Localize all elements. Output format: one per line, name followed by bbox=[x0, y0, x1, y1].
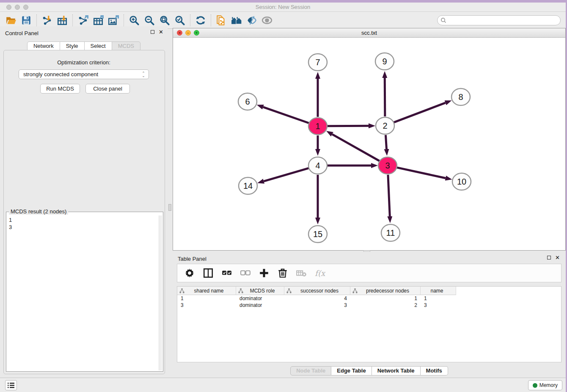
column-header-MCDS-role[interactable]: MCDS role bbox=[236, 287, 284, 295]
select-all-button[interactable] bbox=[221, 268, 232, 279]
tab-network-table[interactable]: Network Table bbox=[372, 366, 421, 375]
table-cell[interactable]: 2 bbox=[350, 302, 421, 309]
search-box[interactable] bbox=[437, 15, 561, 25]
graph-edge-3-11[interactable] bbox=[388, 175, 390, 216]
graph-node-2[interactable]: 2 bbox=[376, 117, 394, 134]
tab-motifs[interactable]: Motifs bbox=[421, 366, 448, 375]
node-label: 14 bbox=[243, 181, 253, 190]
delete-table-icon bbox=[296, 268, 307, 279]
graph-node-14[interactable]: 14 bbox=[239, 177, 257, 194]
task-list-button[interactable] bbox=[5, 380, 17, 390]
zoom-selected-button[interactable] bbox=[172, 14, 187, 27]
table-cell[interactable]: 1 bbox=[350, 295, 421, 302]
network-canvas[interactable]: 7968124314101511 bbox=[173, 38, 565, 250]
table-panel-title: Table Panel bbox=[178, 256, 206, 262]
import-network-icon bbox=[41, 15, 52, 26]
graph-edge-2-8[interactable] bbox=[394, 103, 446, 122]
criterion-dropdown[interactable]: strongly connected component ⌃⌄ bbox=[19, 69, 149, 79]
table-cell[interactable]: 1 bbox=[421, 295, 456, 302]
duplicate-network-icon bbox=[216, 15, 227, 26]
delete-table-button bbox=[296, 268, 307, 279]
graph-node-6[interactable]: 6 bbox=[238, 93, 257, 110]
open-file-button[interactable] bbox=[3, 14, 19, 27]
vertical-splitter[interactable] bbox=[168, 26, 173, 378]
column-header-name[interactable]: name bbox=[421, 287, 456, 295]
memory-button[interactable]: Memory bbox=[528, 380, 562, 390]
table-cell[interactable]: 3 bbox=[421, 302, 456, 309]
graph-edge-2-9[interactable] bbox=[385, 78, 385, 116]
graph-node-3[interactable]: 3 bbox=[378, 157, 397, 174]
column-header-successor-nodes[interactable]: successor nodes bbox=[284, 287, 350, 295]
search-input[interactable] bbox=[446, 16, 560, 25]
titlebar: Session: New Session bbox=[0, 3, 566, 12]
graph-edge-2-3[interactable] bbox=[385, 135, 386, 149]
graph-edge-3-10[interactable] bbox=[396, 168, 445, 178]
duplicate-network-button[interactable] bbox=[214, 14, 229, 27]
splitter-grip[interactable] bbox=[168, 204, 171, 211]
node-label: 2 bbox=[383, 121, 387, 130]
close-panel-icon[interactable]: ✕ bbox=[159, 30, 163, 34]
table-cell[interactable]: 3 bbox=[177, 302, 236, 309]
graph-node-15[interactable]: 15 bbox=[308, 226, 327, 243]
tab-edge-table[interactable]: Edge Table bbox=[331, 366, 372, 375]
graph-node-11[interactable]: 11 bbox=[381, 224, 400, 241]
control-panel: Control Panel ✕ NetworkStyleSelectMCDS O… bbox=[0, 26, 168, 378]
settings-button[interactable] bbox=[184, 268, 195, 279]
table-row[interactable]: 1dominator411 bbox=[177, 295, 561, 302]
tab-select[interactable]: Select bbox=[85, 41, 112, 50]
eye-button[interactable] bbox=[259, 14, 275, 27]
table-cell[interactable]: 1 bbox=[177, 295, 236, 302]
table-cell[interactable]: dominator bbox=[236, 302, 284, 309]
search-icon bbox=[440, 17, 446, 23]
column-header-shared-name[interactable]: shared name bbox=[177, 287, 236, 295]
table-cell[interactable]: 3 bbox=[284, 302, 350, 309]
node-label: 7 bbox=[315, 58, 320, 67]
toolbar-separator bbox=[72, 14, 73, 26]
export-image-button[interactable] bbox=[106, 14, 121, 27]
graph-node-1[interactable]: 1 bbox=[308, 118, 327, 135]
graph-node-4[interactable]: 4 bbox=[308, 157, 327, 174]
graph-node-9[interactable]: 9 bbox=[375, 53, 394, 70]
tab-mcds[interactable]: MCDS bbox=[112, 41, 140, 50]
refresh-button[interactable] bbox=[193, 14, 208, 27]
graph-edge-4-14[interactable] bbox=[264, 168, 308, 181]
save-button[interactable] bbox=[19, 14, 34, 27]
table-cell[interactable]: 4 bbox=[284, 295, 350, 302]
delete-column-button[interactable] bbox=[277, 268, 288, 279]
zoom-out-icon bbox=[144, 15, 155, 26]
column-type-icon bbox=[286, 288, 292, 293]
mcds-result-scrollbar[interactable] bbox=[159, 215, 162, 370]
tab-network[interactable]: Network bbox=[27, 41, 60, 50]
mcds-result-text[interactable]: 13 bbox=[7, 215, 158, 370]
zoom-out-button[interactable] bbox=[142, 14, 157, 27]
graph-edge-1-6[interactable] bbox=[263, 107, 309, 123]
deselect-all-button[interactable] bbox=[240, 268, 251, 279]
add-column-button[interactable] bbox=[259, 268, 270, 279]
table-row[interactable]: 3dominator323 bbox=[177, 302, 561, 309]
column-header-predecessor-nodes[interactable]: predecessor nodes bbox=[350, 287, 421, 295]
graph-node-10[interactable]: 10 bbox=[452, 173, 471, 190]
run-mcds-button[interactable]: Run MCDS bbox=[40, 84, 80, 94]
column-label: MCDS role bbox=[243, 288, 284, 294]
home-button[interactable] bbox=[229, 14, 244, 27]
graph-node-8[interactable]: 8 bbox=[451, 88, 470, 105]
import-table-button[interactable] bbox=[55, 14, 70, 27]
close-table-panel-icon[interactable]: ✕ bbox=[555, 255, 560, 260]
export-table-button[interactable] bbox=[91, 14, 106, 27]
tab-node-table[interactable]: Node Table bbox=[290, 366, 331, 375]
hide-show-button[interactable] bbox=[244, 14, 259, 27]
export-network-button[interactable] bbox=[75, 14, 91, 27]
two-pane-button[interactable] bbox=[203, 268, 214, 279]
zoom-in-button[interactable] bbox=[127, 14, 142, 27]
close-panel-button[interactable]: Close panel bbox=[85, 84, 130, 94]
float-table-panel-icon[interactable] bbox=[547, 256, 551, 259]
import-network-button[interactable] bbox=[39, 14, 55, 27]
graph-node-7[interactable]: 7 bbox=[308, 54, 327, 71]
graph-edge-1-2[interactable] bbox=[327, 126, 369, 126]
float-panel-icon[interactable] bbox=[151, 30, 154, 34]
zoom-fit-button[interactable] bbox=[157, 14, 172, 27]
graph-edge-3-1[interactable] bbox=[332, 134, 380, 161]
table-cell[interactable]: dominator bbox=[236, 295, 284, 302]
network-window-title: scc.txt bbox=[173, 30, 565, 36]
tab-style[interactable]: Style bbox=[60, 41, 85, 50]
